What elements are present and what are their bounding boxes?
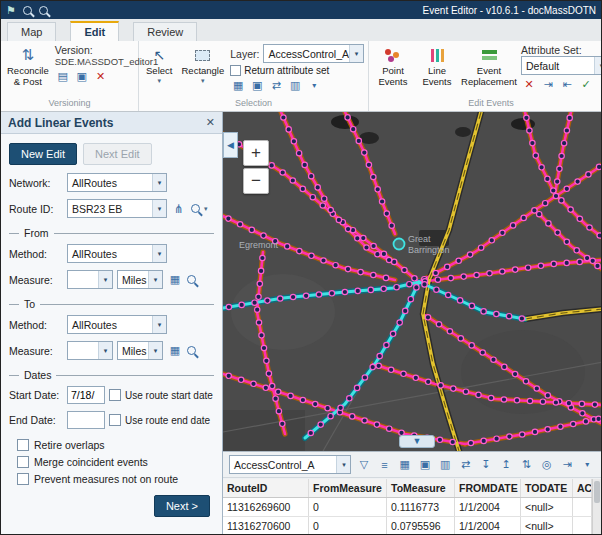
pin-icon[interactable]: ⚑ <box>6 5 16 16</box>
merge-coincident-checkbox[interactable] <box>17 456 29 468</box>
trim-event-icon[interactable]: ⇤ <box>559 77 575 92</box>
table-row[interactable]: 11316269600 0 0.1116773 1/1/2004 <null> <box>223 498 592 517</box>
retire-overlaps-checkbox[interactable] <box>17 439 29 451</box>
col-routeid[interactable]: RouteID <box>223 479 309 497</box>
end-date-input[interactable] <box>67 411 105 429</box>
delete-version-icon[interactable]: ✕ <box>93 69 109 84</box>
edit-records-icon[interactable]: ▣ <box>417 457 432 472</box>
select-caret-icon[interactable]: ▾ <box>157 77 161 84</box>
minus-icon: − <box>251 171 261 190</box>
zoom-out-icon[interactable] <box>39 6 48 15</box>
import-icon[interactable]: ↥ <box>499 457 514 472</box>
list-icon[interactable]: ≡ <box>377 457 392 472</box>
panel-title: Add Linear Events <box>8 116 206 130</box>
versioning-group-label: Versioning <box>1 98 138 111</box>
layer-dropdown[interactable]: AccessControl_A ▾ <box>263 44 364 63</box>
tab-review[interactable]: Review <box>133 22 197 41</box>
delete-event-icon[interactable]: ✕ <box>521 77 537 92</box>
network-dropdown[interactable]: AllRoutes ▾ <box>67 173 167 192</box>
from-measure-table-icon[interactable]: ▦ <box>167 272 183 287</box>
rectangle-tool-button[interactable]: Rectangle ▾ <box>179 44 226 86</box>
export-icon[interactable]: ↧ <box>478 457 493 472</box>
table-more-caret-icon[interactable]: ▾ <box>580 457 595 472</box>
from-measure-dropdown[interactable]: ▾ <box>67 270 113 289</box>
to-measure-table-icon[interactable]: ▦ <box>167 343 183 358</box>
from-units-caret-icon[interactable]: ▾ <box>148 271 162 288</box>
to-method-dropdown[interactable]: AllRoutes ▾ <box>67 315 167 334</box>
network-caret-icon[interactable]: ▾ <box>152 174 166 191</box>
to-method-caret-icon[interactable]: ▾ <box>152 316 166 333</box>
line-events-button[interactable]: Line Events <box>417 44 457 90</box>
collapse-table-button[interactable]: ▼ <box>399 435 435 448</box>
reconcile-post-button[interactable]: ⇅ Reconcile & Post <box>5 44 51 90</box>
version-properties-icon[interactable]: ▣ <box>74 69 90 84</box>
zoom-to-record-icon[interactable]: ◎ <box>539 457 554 472</box>
col-tomeasure[interactable]: ToMeasure <box>387 479 455 497</box>
map-canvas[interactable]: Egremont Great Barrington <box>223 112 601 451</box>
apply-edits-icon[interactable]: ✓ <box>578 77 594 92</box>
table-row[interactable]: 11316270600 0 0.0795596 1/1/2004 <null> <box>223 517 592 534</box>
table-layer-caret-icon[interactable]: ▾ <box>336 456 350 473</box>
select-route-on-map-icon[interactable]: ⋔ <box>171 201 187 216</box>
map-zoom-out-button[interactable]: − <box>243 168 269 194</box>
panel-close-icon[interactable]: ✕ <box>206 116 215 129</box>
selection-more-caret-icon[interactable]: ▾ <box>306 78 322 93</box>
rectangle-caret-icon[interactable]: ▾ <box>201 77 205 84</box>
map-zoom-in-button[interactable]: + <box>243 140 269 166</box>
attribute-set-dropdown[interactable]: Default ▾ <box>521 56 602 75</box>
table-scrollbar[interactable] <box>592 479 601 534</box>
to-measure-zoom-icon[interactable] <box>187 346 196 355</box>
switch-selection-icon[interactable]: ⇄ <box>268 78 284 93</box>
map-area[interactable]: Egremont Great Barrington ◀ + − ▼ <box>223 112 601 451</box>
col-todate[interactable]: TODATE <box>521 479 573 497</box>
use-route-end-checkbox[interactable] <box>109 414 121 426</box>
start-date-input[interactable] <box>67 386 105 404</box>
event-replacement-button[interactable]: Event Replacement <box>461 44 517 90</box>
from-measure-zoom-icon[interactable] <box>187 275 196 284</box>
collapse-panel-button[interactable]: ◀ <box>223 132 238 158</box>
next-edit-button[interactable]: Next Edit <box>83 143 152 165</box>
tab-map[interactable]: Map <box>7 22 56 41</box>
to-units-dropdown[interactable]: Miles ▾ <box>117 341 163 360</box>
col-fromdate[interactable]: FROMDATE <box>455 479 521 497</box>
sort-icon[interactable]: ⇅ <box>519 457 534 472</box>
select-tool-button[interactable]: ↖ Select ▾ <box>143 44 175 86</box>
to-measure-dropdown[interactable]: ▾ <box>67 341 113 360</box>
prevent-measures-checkbox[interactable] <box>17 473 29 485</box>
col-frommeasure[interactable]: FromMeasure <box>309 479 387 497</box>
table-icon[interactable]: ▦ <box>397 457 412 472</box>
return-attribute-set-checkbox[interactable] <box>230 65 241 76</box>
return-attribute-set-label: Return attribute set <box>244 65 329 76</box>
version-changes-icon[interactable]: ▤ <box>55 69 71 84</box>
from-method-dropdown[interactable]: AllRoutes ▾ <box>67 244 167 263</box>
cell: 11316270600 <box>223 517 309 534</box>
route-id-dropdown[interactable]: BSR23 EB ▾ <box>67 199 167 218</box>
from-section-label: From <box>9 227 214 239</box>
attribute-set-caret-icon[interactable]: ▾ <box>594 57 602 74</box>
zoom-to-selection-icon[interactable]: ▣ <box>249 78 265 93</box>
use-route-start-checkbox[interactable] <box>109 389 121 401</box>
select-by-attribute-icon[interactable]: ▦ <box>230 78 246 93</box>
route-id-caret-icon[interactable]: ▾ <box>152 200 166 217</box>
clear-selection-icon[interactable]: ▥ <box>287 78 303 93</box>
to-units-caret-icon[interactable]: ▾ <box>148 342 162 359</box>
switch-records-icon[interactable]: ⇄ <box>458 457 473 472</box>
next-button[interactable]: Next > <box>154 495 210 517</box>
table-layer-dropdown[interactable]: AccessControl_A ▾ <box>229 455 351 474</box>
col-ac[interactable]: AC <box>573 479 592 497</box>
pan-to-record-icon[interactable]: ⇥ <box>559 457 574 472</box>
from-measure-caret-icon[interactable]: ▾ <box>98 271 112 288</box>
point-events-button[interactable]: Point Events <box>373 44 413 90</box>
filter-icon[interactable]: ▽ <box>356 457 371 472</box>
to-measure-caret-icon[interactable]: ▾ <box>98 342 112 359</box>
columns-icon[interactable]: ▥ <box>438 457 453 472</box>
zoom-in-icon[interactable] <box>23 6 32 15</box>
new-edit-button[interactable]: New Edit <box>9 143 77 165</box>
from-units-dropdown[interactable]: Miles ▾ <box>117 270 163 289</box>
from-method-caret-icon[interactable]: ▾ <box>152 245 166 262</box>
route-zoom-icon[interactable] <box>191 204 200 213</box>
route-zoom-caret-icon[interactable]: ▾ <box>204 205 208 212</box>
tab-edit[interactable]: Edit <box>70 21 119 41</box>
layer-dropdown-caret-icon[interactable]: ▾ <box>349 45 363 62</box>
extend-event-icon[interactable]: ⇥ <box>540 77 556 92</box>
